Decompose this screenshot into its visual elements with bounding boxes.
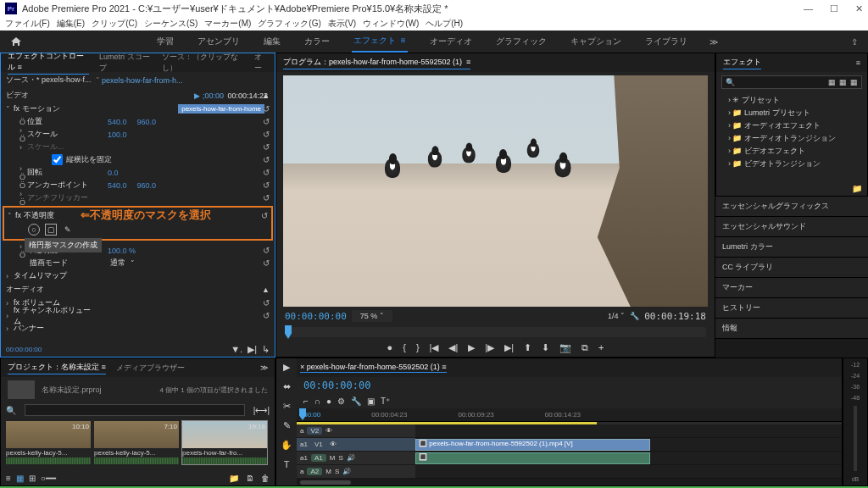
workspace-tab[interactable]: オーディオ (428, 31, 474, 52)
zoom-dropdown[interactable]: 75 % ˅ (352, 310, 392, 322)
fx-folder[interactable]: › 📁 オーディオエフェクト (721, 119, 862, 132)
workspace-tab-active[interactable]: エフェクト ≡ (352, 30, 407, 53)
value-rotation[interactable]: 0.0 (108, 169, 119, 177)
new-bin-icon[interactable]: 📁 (852, 184, 862, 193)
ripple-tool[interactable]: ✂ (283, 401, 291, 412)
prop-timeremap[interactable]: タイムリマップ (14, 270, 94, 281)
tab-effects[interactable]: エフェクト (723, 57, 761, 69)
timeline-ruler[interactable]: :00:00 00:00:04:23 00:00:09:23 00:00:14:… (297, 408, 842, 422)
tab-effect-controls[interactable]: エフェクトコントロール ≡ (8, 51, 89, 75)
menu-item[interactable]: シーケンス(S) (144, 18, 198, 30)
value-blend[interactable]: 通常 (110, 258, 125, 269)
menu-item[interactable]: 表示(V) (328, 18, 356, 30)
menu-item[interactable]: ヘルプ(H) (426, 18, 463, 30)
home-icon[interactable] (10, 36, 22, 47)
prop-panner[interactable]: パンナー (14, 323, 94, 334)
workspace-tab[interactable]: カラー (303, 31, 331, 52)
track-a2[interactable]: A2 (307, 468, 322, 475)
hand-tool[interactable]: ✋ (281, 440, 292, 451)
project-clip[interactable]: 7:10pexels-kelly-lacy-5... (94, 421, 179, 464)
settings-icon[interactable]: ⚙ (337, 396, 345, 406)
type-tool[interactable]: T (284, 459, 290, 469)
track-v2[interactable]: V2 (307, 427, 322, 435)
value-anchor-x[interactable]: 540.0 (108, 181, 127, 190)
go-in-button[interactable]: |◀ (430, 342, 439, 353)
track-select-tool[interactable]: ⬌ (283, 381, 291, 392)
project-filter[interactable] (25, 404, 245, 416)
step-back-button[interactable]: ◀| (448, 342, 458, 353)
settings-icon[interactable]: 🔧 (630, 312, 639, 320)
program-tc-current[interactable]: 00:00:00:00 (285, 311, 347, 322)
minimize-button[interactable]: — (804, 3, 813, 14)
tab-sequence[interactable]: × pexels-how-far-from-home-5592502 (1) ≡ (300, 363, 447, 373)
list-view-icon[interactable]: ≡ (6, 474, 11, 483)
timeline-lanes[interactable]: 🔳 pexels-how-far-from-home-5592502 (1).m… (415, 424, 842, 479)
track-a1[interactable]: A1 (311, 454, 326, 462)
mark-in-button[interactable]: { (403, 342, 406, 353)
ec-source-clip[interactable]: pexels-how-far-from-h... (102, 76, 183, 85)
lift-button[interactable]: ⬆ (524, 342, 531, 353)
workspace-tab[interactable]: アセンブリ (196, 31, 242, 52)
selection-tool[interactable]: ▶ (283, 362, 290, 373)
export-icon[interactable]: ↳ (262, 344, 270, 355)
workspace-tab[interactable]: 編集 (262, 31, 282, 52)
link-icon[interactable]: ∩ (314, 396, 320, 406)
export-icon[interactable]: ⇪ (851, 37, 858, 47)
menu-item[interactable]: ファイル(F) (5, 18, 50, 30)
icon[interactable]: ▦ (850, 78, 858, 86)
sort-icon[interactable]: |⟷| (253, 406, 270, 415)
step-fwd-button[interactable]: |▶ (485, 342, 494, 353)
mark-out-button[interactable]: } (416, 342, 420, 353)
workspace-tab[interactable]: 学習 (155, 31, 175, 52)
tab-lumetri-scopes[interactable]: Lumetri スコープ (99, 52, 152, 74)
mask-ellipse-button[interactable]: ○ (28, 224, 40, 236)
play-button[interactable]: ▶ (468, 342, 475, 353)
panel-history[interactable]: ヒストリー (715, 298, 868, 319)
fx-folder[interactable]: › 📁 オーディオトランジション (721, 132, 862, 145)
export-frame-button[interactable]: 📷 (559, 342, 571, 353)
timeline-clip-audio[interactable]: 🔳 (415, 452, 650, 464)
panel-cc-libraries[interactable]: CC ライブラリ (715, 258, 868, 278)
new-item-icon[interactable]: 🗎 (246, 474, 254, 483)
timeline-zoom-scroll[interactable] (300, 480, 351, 485)
tab-media-browser[interactable]: メディアブラウザー (116, 363, 185, 374)
search-icon[interactable]: 🔍 (6, 406, 16, 415)
menu-item[interactable]: マーカー(M) (204, 18, 251, 30)
value-scale[interactable]: 100.0 (108, 130, 127, 139)
wrench-icon[interactable]: 🔧 (351, 396, 361, 406)
maximize-button[interactable]: ☐ (830, 3, 838, 14)
prop-motion[interactable]: fx モーション (14, 103, 94, 114)
value-anchor-y[interactable]: 960.0 (137, 181, 157, 190)
workspace-tab[interactable]: グラフィック (494, 31, 548, 52)
trash-icon[interactable]: 🗑 (261, 474, 270, 483)
mask-rect-button[interactable]: ▢ (45, 224, 57, 236)
pen-tool[interactable]: ✎ (283, 420, 291, 431)
step-icon[interactable]: ▶| (248, 344, 257, 355)
icon-view-icon[interactable]: ▦ (16, 474, 24, 483)
value-opacity[interactable]: 100.0 % (108, 247, 136, 255)
timeline-clip-video[interactable]: 🔳 pexels-how-far-from-home-5592502 (1).m… (415, 439, 650, 451)
workspace-tab[interactable]: キャプション (569, 31, 623, 52)
workspace-tab[interactable]: ライブラリ (643, 31, 689, 52)
panel-essential-graphics[interactable]: エッセンシャルグラフィックス (715, 197, 868, 217)
filter-icon[interactable]: ▼. (231, 344, 242, 355)
add-marker-button[interactable]: ● (387, 342, 393, 353)
snap-icon[interactable]: ⌐ (303, 396, 309, 406)
freeform-icon[interactable]: ⊞ (29, 474, 36, 483)
track-v1[interactable]: V1 (311, 441, 326, 448)
icon[interactable]: ▦ (839, 78, 847, 86)
close-button[interactable]: ✕ (855, 3, 863, 14)
menu-item[interactable]: クリップ(C) (92, 18, 137, 30)
menu-item[interactable]: グラフィック(G) (258, 18, 320, 30)
tab-project[interactable]: プロジェクト：名称未設定 ≡ (8, 362, 106, 374)
fx-folder[interactable]: › 📁 ビデオエフェクト (721, 145, 862, 158)
icon[interactable]: ▦ (828, 78, 836, 86)
extract-button[interactable]: ⬇ (542, 342, 549, 353)
fx-folder[interactable]: › 📁 ビデオトランジション (721, 158, 862, 170)
more-button[interactable]: + (598, 342, 604, 353)
resolution-dropdown[interactable]: 1/4 ˅ (608, 312, 625, 320)
effects-search[interactable]: 🔍▦▦▦ (721, 75, 862, 89)
panel-info[interactable]: 情報 (715, 319, 868, 339)
timeline-tc[interactable]: 00:00:00:00 (303, 380, 370, 391)
program-mini-timeline[interactable] (285, 327, 706, 337)
